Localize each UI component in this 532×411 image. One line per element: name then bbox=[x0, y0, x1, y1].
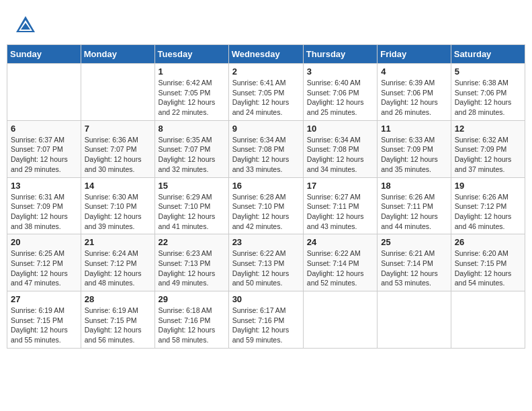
day-info: Sunrise: 6:34 AM Sunset: 7:08 PM Dayligh… bbox=[232, 135, 300, 175]
calendar-day-cell: 3Sunrise: 6:40 AM Sunset: 7:06 PM Daylig… bbox=[303, 64, 377, 121]
day-number: 15 bbox=[159, 181, 225, 191]
calendar-header-cell: Saturday bbox=[451, 45, 525, 64]
day-info: Sunrise: 6:27 AM Sunset: 7:11 PM Dayligh… bbox=[307, 192, 373, 232]
day-number: 19 bbox=[455, 181, 521, 191]
day-number: 18 bbox=[381, 181, 447, 191]
calendar-day-cell: 19Sunrise: 6:26 AM Sunset: 7:12 PM Dayli… bbox=[451, 177, 525, 234]
day-info: Sunrise: 6:24 AM Sunset: 7:12 PM Dayligh… bbox=[85, 248, 151, 288]
calendar-day-cell bbox=[7, 64, 81, 121]
calendar-day-cell: 15Sunrise: 6:29 AM Sunset: 7:10 PM Dayli… bbox=[154, 177, 228, 234]
day-number: 4 bbox=[381, 66, 447, 77]
day-number: 14 bbox=[85, 181, 151, 191]
day-number: 9 bbox=[232, 124, 300, 134]
calendar-day-cell bbox=[451, 291, 525, 349]
day-number: 16 bbox=[232, 181, 300, 191]
calendar-table: SundayMondayTuesdayWednesdayThursdayFrid… bbox=[7, 44, 525, 349]
calendar-day-cell: 25Sunrise: 6:21 AM Sunset: 7:14 PM Dayli… bbox=[378, 234, 451, 291]
calendar-day-cell: 9Sunrise: 6:34 AM Sunset: 7:08 PM Daylig… bbox=[228, 120, 303, 177]
day-number: 5 bbox=[455, 66, 521, 77]
day-info: Sunrise: 6:25 AM Sunset: 7:12 PM Dayligh… bbox=[11, 248, 77, 288]
day-number: 28 bbox=[85, 294, 151, 304]
day-number: 27 bbox=[11, 294, 77, 304]
calendar-day-cell: 23Sunrise: 6:22 AM Sunset: 7:13 PM Dayli… bbox=[228, 234, 303, 291]
calendar-day-cell: 29Sunrise: 6:18 AM Sunset: 7:16 PM Dayli… bbox=[154, 291, 228, 349]
calendar-week-row: 13Sunrise: 6:31 AM Sunset: 7:09 PM Dayli… bbox=[7, 177, 525, 234]
logo-icon bbox=[13, 13, 38, 38]
day-number: 24 bbox=[307, 237, 373, 247]
calendar-day-cell bbox=[303, 291, 377, 349]
day-number: 8 bbox=[159, 124, 225, 134]
day-info: Sunrise: 6:29 AM Sunset: 7:10 PM Dayligh… bbox=[159, 192, 225, 232]
calendar-day-cell: 16Sunrise: 6:28 AM Sunset: 7:10 PM Dayli… bbox=[228, 177, 303, 234]
calendar-header-cell: Sunday bbox=[7, 45, 81, 64]
calendar-day-cell bbox=[378, 291, 451, 349]
calendar-header-row: SundayMondayTuesdayWednesdayThursdayFrid… bbox=[7, 45, 525, 64]
calendar-header-cell: Wednesday bbox=[228, 45, 303, 64]
calendar-day-cell: 1Sunrise: 6:42 AM Sunset: 7:05 PM Daylig… bbox=[154, 64, 228, 121]
calendar-day-cell: 27Sunrise: 6:19 AM Sunset: 7:15 PM Dayli… bbox=[7, 291, 81, 349]
calendar-day-cell: 11Sunrise: 6:33 AM Sunset: 7:09 PM Dayli… bbox=[378, 120, 451, 177]
calendar-day-cell: 4Sunrise: 6:39 AM Sunset: 7:06 PM Daylig… bbox=[378, 64, 451, 121]
calendar-day-cell: 12Sunrise: 6:32 AM Sunset: 7:09 PM Dayli… bbox=[451, 120, 525, 177]
day-info: Sunrise: 6:19 AM Sunset: 7:15 PM Dayligh… bbox=[85, 306, 151, 345]
day-info: Sunrise: 6:21 AM Sunset: 7:14 PM Dayligh… bbox=[381, 248, 447, 288]
calendar-day-cell: 5Sunrise: 6:38 AM Sunset: 7:06 PM Daylig… bbox=[451, 64, 525, 121]
day-number: 25 bbox=[381, 237, 447, 247]
calendar-day-cell: 20Sunrise: 6:25 AM Sunset: 7:12 PM Dayli… bbox=[7, 234, 81, 291]
calendar-day-cell: 26Sunrise: 6:20 AM Sunset: 7:15 PM Dayli… bbox=[451, 234, 525, 291]
day-info: Sunrise: 6:36 AM Sunset: 7:07 PM Dayligh… bbox=[85, 135, 151, 175]
calendar-day-cell: 21Sunrise: 6:24 AM Sunset: 7:12 PM Dayli… bbox=[81, 234, 154, 291]
day-info: Sunrise: 6:17 AM Sunset: 7:16 PM Dayligh… bbox=[232, 306, 300, 345]
day-info: Sunrise: 6:40 AM Sunset: 7:06 PM Dayligh… bbox=[307, 78, 373, 118]
calendar-day-cell: 7Sunrise: 6:36 AM Sunset: 7:07 PM Daylig… bbox=[81, 120, 154, 177]
day-info: Sunrise: 6:33 AM Sunset: 7:09 PM Dayligh… bbox=[381, 135, 447, 175]
day-number: 21 bbox=[85, 237, 151, 247]
calendar-day-cell: 30Sunrise: 6:17 AM Sunset: 7:16 PM Dayli… bbox=[228, 291, 303, 349]
day-number: 26 bbox=[455, 237, 521, 247]
page-header bbox=[7, 7, 525, 41]
day-info: Sunrise: 6:26 AM Sunset: 7:12 PM Dayligh… bbox=[455, 192, 521, 232]
day-info: Sunrise: 6:38 AM Sunset: 7:06 PM Dayligh… bbox=[455, 78, 521, 118]
calendar-week-row: 6Sunrise: 6:37 AM Sunset: 7:07 PM Daylig… bbox=[7, 120, 525, 177]
day-info: Sunrise: 6:28 AM Sunset: 7:10 PM Dayligh… bbox=[232, 192, 300, 232]
day-number: 12 bbox=[455, 124, 521, 134]
day-number: 13 bbox=[11, 181, 77, 191]
day-info: Sunrise: 6:35 AM Sunset: 7:07 PM Dayligh… bbox=[159, 135, 225, 175]
day-number: 17 bbox=[307, 181, 373, 191]
calendar-body: 1Sunrise: 6:42 AM Sunset: 7:05 PM Daylig… bbox=[7, 64, 525, 349]
calendar-day-cell: 14Sunrise: 6:30 AM Sunset: 7:10 PM Dayli… bbox=[81, 177, 154, 234]
calendar-day-cell: 8Sunrise: 6:35 AM Sunset: 7:07 PM Daylig… bbox=[154, 120, 228, 177]
calendar-day-cell bbox=[81, 64, 154, 121]
day-info: Sunrise: 6:22 AM Sunset: 7:14 PM Dayligh… bbox=[307, 248, 373, 288]
calendar-header-cell: Friday bbox=[378, 45, 451, 64]
day-number: 10 bbox=[307, 124, 373, 134]
day-info: Sunrise: 6:20 AM Sunset: 7:15 PM Dayligh… bbox=[455, 248, 521, 288]
day-number: 3 bbox=[307, 66, 373, 77]
calendar-day-cell: 17Sunrise: 6:27 AM Sunset: 7:11 PM Dayli… bbox=[303, 177, 377, 234]
calendar-week-row: 20Sunrise: 6:25 AM Sunset: 7:12 PM Dayli… bbox=[7, 234, 525, 291]
day-number: 29 bbox=[159, 294, 225, 304]
calendar-day-cell: 10Sunrise: 6:34 AM Sunset: 7:08 PM Dayli… bbox=[303, 120, 377, 177]
calendar-day-cell: 6Sunrise: 6:37 AM Sunset: 7:07 PM Daylig… bbox=[7, 120, 81, 177]
calendar-week-row: 27Sunrise: 6:19 AM Sunset: 7:15 PM Dayli… bbox=[7, 291, 525, 349]
calendar-week-row: 1Sunrise: 6:42 AM Sunset: 7:05 PM Daylig… bbox=[7, 64, 525, 121]
calendar-header-cell: Monday bbox=[81, 45, 154, 64]
day-number: 20 bbox=[11, 237, 77, 247]
day-info: Sunrise: 6:42 AM Sunset: 7:05 PM Dayligh… bbox=[159, 78, 225, 118]
day-number: 7 bbox=[85, 124, 151, 134]
day-info: Sunrise: 6:32 AM Sunset: 7:09 PM Dayligh… bbox=[455, 135, 521, 175]
calendar-day-cell: 18Sunrise: 6:26 AM Sunset: 7:11 PM Dayli… bbox=[378, 177, 451, 234]
day-info: Sunrise: 6:37 AM Sunset: 7:07 PM Dayligh… bbox=[11, 135, 77, 175]
calendar-header-cell: Tuesday bbox=[154, 45, 228, 64]
day-number: 1 bbox=[159, 66, 225, 77]
day-number: 2 bbox=[232, 66, 300, 77]
day-number: 22 bbox=[159, 237, 225, 247]
calendar-day-cell: 28Sunrise: 6:19 AM Sunset: 7:15 PM Dayli… bbox=[81, 291, 154, 349]
calendar-day-cell: 24Sunrise: 6:22 AM Sunset: 7:14 PM Dayli… bbox=[303, 234, 377, 291]
day-info: Sunrise: 6:31 AM Sunset: 7:09 PM Dayligh… bbox=[11, 192, 77, 232]
day-info: Sunrise: 6:23 AM Sunset: 7:13 PM Dayligh… bbox=[159, 248, 225, 288]
day-number: 30 bbox=[232, 294, 300, 304]
day-info: Sunrise: 6:41 AM Sunset: 7:05 PM Dayligh… bbox=[232, 78, 300, 118]
calendar-day-cell: 2Sunrise: 6:41 AM Sunset: 7:05 PM Daylig… bbox=[228, 64, 303, 121]
calendar-header-cell: Thursday bbox=[303, 45, 377, 64]
